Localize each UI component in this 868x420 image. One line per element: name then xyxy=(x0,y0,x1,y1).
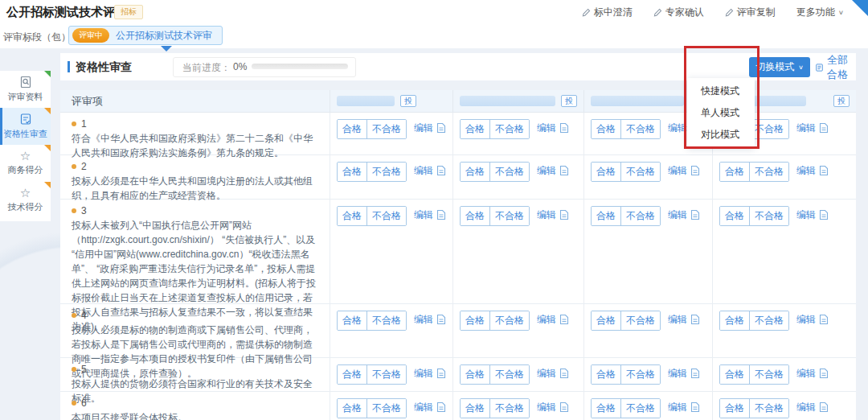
fail-button[interactable]: 不合格 xyxy=(620,163,660,181)
edit-link[interactable]: 编辑 xyxy=(668,121,687,135)
edit-link[interactable]: 编辑 xyxy=(796,313,816,327)
fail-button[interactable]: 不合格 xyxy=(489,207,529,225)
pass-button[interactable]: 合格 xyxy=(338,365,366,384)
edit-link[interactable]: 编辑 xyxy=(537,313,556,327)
fail-button[interactable]: 不合格 xyxy=(749,311,788,330)
attachment-doc-icon[interactable] xyxy=(559,165,569,176)
pass-button[interactable]: 合格 xyxy=(592,120,620,138)
pass-button[interactable]: 合格 xyxy=(592,207,620,225)
fail-button[interactable]: 不合格 xyxy=(489,365,529,384)
dropdown-item-quick-mode[interactable]: 快捷模式 xyxy=(687,80,755,102)
sidebar-item-review-material[interactable]: 评审资料 xyxy=(0,71,51,108)
edit-link[interactable]: 编辑 xyxy=(414,367,433,381)
fail-button[interactable]: 不合格 xyxy=(366,399,406,418)
menu-item-review-copy[interactable]: 评审复制 xyxy=(725,6,776,19)
attachment-doc-icon[interactable] xyxy=(690,368,700,379)
edit-link[interactable]: 编辑 xyxy=(796,367,816,381)
attachment-doc-icon[interactable] xyxy=(690,209,700,220)
edit-link[interactable]: 编辑 xyxy=(796,121,816,135)
pass-button[interactable]: 合格 xyxy=(461,399,489,418)
pass-button[interactable]: 合格 xyxy=(461,311,489,330)
sidebar-item-qualification-review[interactable]: 资格性审查 xyxy=(0,108,51,145)
edit-link[interactable]: 编辑 xyxy=(796,208,816,222)
fail-button[interactable]: 不合格 xyxy=(366,365,406,384)
attachment-doc-icon[interactable] xyxy=(819,122,829,134)
edit-link[interactable]: 编辑 xyxy=(668,164,687,178)
attachment-doc-icon[interactable] xyxy=(436,209,446,220)
attachment-doc-icon[interactable] xyxy=(559,368,569,379)
fail-button[interactable]: 不合格 xyxy=(620,120,660,138)
attachment-doc-icon[interactable] xyxy=(436,165,446,176)
fail-button[interactable]: 不合格 xyxy=(620,207,660,225)
pass-button[interactable]: 合格 xyxy=(338,207,366,225)
pass-button[interactable]: 合格 xyxy=(461,365,489,384)
pass-button[interactable]: 合格 xyxy=(592,399,620,418)
fail-button[interactable]: 不合格 xyxy=(489,163,529,181)
attachment-doc-icon[interactable] xyxy=(690,165,700,176)
fail-button[interactable]: 不合格 xyxy=(749,207,788,225)
pass-button[interactable]: 合格 xyxy=(338,311,366,330)
dropdown-item-compare-mode[interactable]: 对比模式 xyxy=(687,124,755,146)
pass-button[interactable]: 合格 xyxy=(461,120,489,138)
pass-button[interactable]: 合格 xyxy=(592,163,620,181)
menu-item-more[interactable]: 更多功能 ∨ xyxy=(796,6,844,19)
edit-link[interactable]: 编辑 xyxy=(537,401,556,414)
fail-button[interactable]: 不合格 xyxy=(620,365,660,384)
fail-button[interactable]: 不合格 xyxy=(366,311,406,330)
dropdown-item-single-mode[interactable]: 单人模式 xyxy=(687,102,755,124)
fail-button[interactable]: 不合格 xyxy=(749,365,788,384)
attachment-doc-icon[interactable] xyxy=(559,209,569,220)
fail-button[interactable]: 不合格 xyxy=(749,399,788,418)
fail-button[interactable]: 不合格 xyxy=(489,120,529,138)
pass-button[interactable]: 合格 xyxy=(720,399,749,418)
attachment-doc-icon[interactable] xyxy=(690,314,700,325)
attachment-doc-icon[interactable] xyxy=(819,314,829,325)
fail-button[interactable]: 不合格 xyxy=(749,120,788,138)
pass-button[interactable]: 合格 xyxy=(461,163,489,181)
pass-button[interactable]: 合格 xyxy=(461,207,489,225)
edit-link[interactable]: 编辑 xyxy=(414,121,433,135)
attachment-doc-icon[interactable] xyxy=(559,314,569,325)
edit-link[interactable]: 编辑 xyxy=(414,401,433,414)
edit-link[interactable]: 编辑 xyxy=(537,208,556,222)
pass-button[interactable]: 合格 xyxy=(720,207,749,225)
edit-link[interactable]: 编辑 xyxy=(668,313,687,327)
sidebar-item-business-score[interactable]: ☆ 商务得分 xyxy=(0,145,51,182)
pass-button[interactable]: 合格 xyxy=(338,163,366,181)
fail-button[interactable]: 不合格 xyxy=(366,163,406,181)
fail-button[interactable]: 不合格 xyxy=(489,399,529,418)
fail-button[interactable]: 不合格 xyxy=(366,207,406,225)
attachment-doc-icon[interactable] xyxy=(436,368,446,379)
pass-button[interactable]: 合格 xyxy=(720,311,749,330)
menu-item-clarify[interactable]: 标中澄清 xyxy=(582,6,633,19)
edit-link[interactable]: 编辑 xyxy=(796,164,816,178)
fail-button[interactable]: 不合格 xyxy=(366,120,406,138)
all-pass-button[interactable]: 全部合格 xyxy=(816,57,856,77)
attachment-doc-icon[interactable] xyxy=(559,122,569,134)
edit-link[interactable]: 编辑 xyxy=(537,121,556,135)
sidebar-item-technical-score[interactable]: ☆ 技术得分 xyxy=(0,182,51,219)
edit-link[interactable]: 编辑 xyxy=(668,401,687,414)
pass-button[interactable]: 合格 xyxy=(338,399,366,418)
attachment-doc-icon[interactable] xyxy=(819,209,829,220)
edit-link[interactable]: 编辑 xyxy=(537,164,556,178)
attachment-doc-icon[interactable] xyxy=(819,368,829,379)
stage-tab[interactable]: 评审中 公开招标测试技术评审 xyxy=(68,26,223,45)
attachment-doc-icon[interactable] xyxy=(819,165,829,176)
edit-link[interactable]: 编辑 xyxy=(414,164,433,178)
pass-button[interactable]: 合格 xyxy=(720,365,749,384)
edit-link[interactable]: 编辑 xyxy=(796,401,816,414)
attachment-doc-icon[interactable] xyxy=(559,401,569,413)
attachment-doc-icon[interactable] xyxy=(690,401,700,413)
fail-button[interactable]: 不合格 xyxy=(620,399,660,418)
edit-link[interactable]: 编辑 xyxy=(414,208,433,222)
fail-button[interactable]: 不合格 xyxy=(749,163,788,181)
attachment-doc-icon[interactable] xyxy=(819,401,829,413)
attachment-doc-icon[interactable] xyxy=(436,314,446,325)
edit-link[interactable]: 编辑 xyxy=(668,208,687,222)
pass-button[interactable]: 合格 xyxy=(592,365,620,384)
attachment-doc-icon[interactable] xyxy=(436,401,446,413)
fail-button[interactable]: 不合格 xyxy=(620,311,660,330)
attachment-doc-icon[interactable] xyxy=(436,122,446,134)
edit-link[interactable]: 编辑 xyxy=(668,367,687,381)
